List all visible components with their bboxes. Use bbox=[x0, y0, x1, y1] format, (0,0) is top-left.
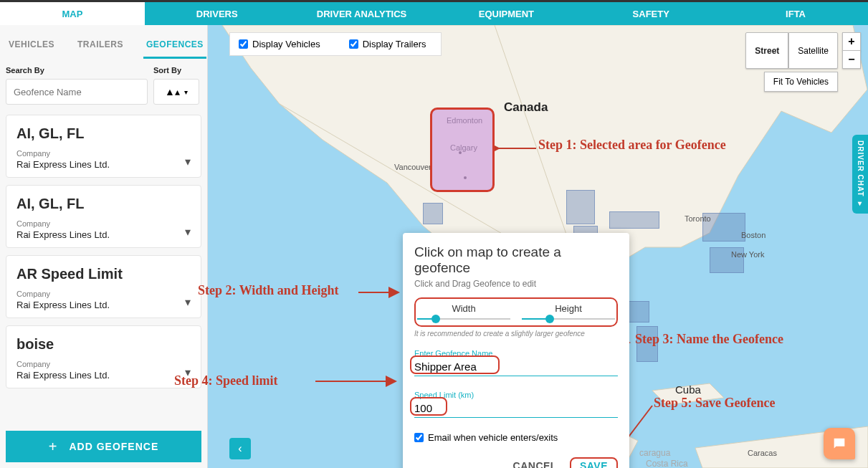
chevron-down-icon[interactable]: ▾ bbox=[185, 366, 191, 379]
map-label: New York bbox=[731, 250, 764, 259]
subtab-row: VEHICLES TRAILERS GEOFENCES bbox=[0, 25, 207, 59]
nav-tab-map[interactable]: MAP bbox=[0, 2, 145, 25]
geofence-card[interactable]: AI, GL, FL Company Rai Express Lines Ltd… bbox=[6, 115, 201, 178]
chevron-down-icon: ▾ bbox=[857, 199, 864, 208]
map-label: Boston bbox=[741, 231, 766, 239]
email-notify-checkbox[interactable] bbox=[414, 433, 424, 442]
geofence-card[interactable]: AR Speed Limit Company Rai Express Lines… bbox=[6, 255, 201, 318]
chevron-down-icon[interactable]: ▾ bbox=[185, 225, 191, 239]
panel-subtitle: Click and Drag Geofence to edit bbox=[414, 279, 618, 289]
chevron-down-icon[interactable]: ▾ bbox=[185, 155, 191, 168]
nav-tab-safety[interactable]: SAFETY bbox=[578, 2, 723, 25]
fit-to-vehicles-button[interactable]: Fit To Vehicles bbox=[764, 72, 838, 92]
driver-chat-button[interactable]: DRIVER CHAT ▾ bbox=[852, 135, 868, 214]
panel-title: Click on map to create a geofence bbox=[414, 244, 618, 276]
sort-select[interactable]: ▲▴ ▾ bbox=[153, 79, 199, 105]
sort-by-label: Sort By bbox=[153, 66, 199, 75]
checkbox-icon[interactable] bbox=[239, 39, 248, 49]
existing-geofence bbox=[423, 203, 443, 224]
email-notify-label: Email when vehicle enters/exits bbox=[428, 432, 558, 443]
card-sub-label: Company bbox=[16, 219, 191, 228]
card-sub-label: Company bbox=[16, 290, 191, 298]
cancel-button[interactable]: CANCEL bbox=[513, 460, 557, 468]
main-nav: MAP DRIVERS DRIVER ANALYTICS EQUIPMENT S… bbox=[0, 2, 868, 25]
height-slider[interactable] bbox=[522, 318, 615, 320]
map-label: Toronto bbox=[685, 214, 711, 223]
panel-note: It is recommended to create a slightly l… bbox=[414, 330, 618, 338]
chevron-left-icon: ‹ bbox=[238, 442, 242, 455]
map-label: Cuba bbox=[675, 383, 701, 396]
geofence-card[interactable]: boise Company Rai Express Lines Ltd. ▾ bbox=[6, 325, 201, 388]
card-title: AI, GL, FL bbox=[16, 125, 191, 142]
subtab-vehicles[interactable]: VEHICLES bbox=[6, 32, 57, 59]
card-title: AI, GL, FL bbox=[16, 196, 191, 212]
card-sub-label: Company bbox=[16, 149, 191, 158]
existing-geofence bbox=[566, 190, 595, 224]
map-canvas[interactable]: Display Vehicles Display Trailers Street… bbox=[208, 25, 868, 468]
nav-tab-driver-analytics[interactable]: DRIVER ANALYTICS bbox=[290, 2, 434, 25]
add-geofence-label: ADD GEOFENCE bbox=[69, 441, 158, 452]
create-geofence-panel: Click on map to create a geofence Click … bbox=[403, 233, 629, 468]
map-controls: Street Satellite + − Fit To Vehicles bbox=[745, 32, 861, 92]
card-title: boise bbox=[16, 336, 191, 353]
annotation-highlight bbox=[410, 355, 500, 374]
card-sub-value: Rai Express Lines Ltd. bbox=[16, 300, 191, 310]
existing-geofence bbox=[636, 326, 658, 362]
nav-tab-equipment[interactable]: EQUIPMENT bbox=[434, 2, 578, 25]
map-type-street-button[interactable]: Street bbox=[745, 32, 788, 69]
nav-tab-ifta[interactable]: IFTA bbox=[723, 2, 868, 25]
checkbox-icon[interactable] bbox=[349, 39, 358, 49]
terrain-icon: ▲▴ bbox=[165, 86, 180, 97]
card-sub-value: Rai Express Lines Ltd. bbox=[16, 159, 191, 170]
zoom-out-button[interactable]: − bbox=[842, 50, 861, 69]
card-sub-label: Company bbox=[16, 360, 191, 368]
save-button[interactable]: SAVE bbox=[570, 457, 618, 468]
add-geofence-button[interactable]: + ADD GEOFENCE bbox=[6, 431, 201, 462]
annotation-highlight bbox=[410, 397, 447, 416]
geofence-card[interactable]: AI, GL, FL Company Rai Express Lines Ltd… bbox=[6, 185, 201, 248]
collapse-sidebar-button[interactable]: ‹ bbox=[229, 438, 251, 459]
width-slider[interactable] bbox=[417, 318, 510, 320]
width-label: Width bbox=[417, 303, 510, 314]
chat-fab-button[interactable] bbox=[824, 428, 855, 459]
geofence-list[interactable]: AI, GL, FL Company Rai Express Lines Ltd… bbox=[0, 109, 207, 431]
map-type-satellite-button[interactable]: Satellite bbox=[788, 32, 838, 69]
subtab-geofences[interactable]: GEOFENCES bbox=[143, 32, 206, 59]
map-label: Costa Rica bbox=[646, 459, 688, 468]
map-label: Canada bbox=[504, 100, 548, 115]
display-trailers-checkbox[interactable]: Display Trailers bbox=[349, 39, 426, 49]
map-label: Vancouver bbox=[394, 163, 431, 171]
display-options-panel: Display Vehicles Display Trailers bbox=[229, 32, 442, 56]
display-vehicles-checkbox[interactable]: Display Vehicles bbox=[239, 39, 320, 49]
chevron-down-icon[interactable]: ▾ bbox=[185, 295, 191, 309]
card-sub-value: Rai Express Lines Ltd. bbox=[16, 370, 191, 381]
zoom-in-button[interactable]: + bbox=[842, 32, 861, 51]
card-title: AR Speed Limit bbox=[16, 266, 191, 282]
search-by-label: Search By bbox=[6, 66, 148, 75]
display-trailers-label: Display Trailers bbox=[363, 39, 426, 49]
subtab-trailers[interactable]: TRAILERS bbox=[75, 32, 126, 59]
existing-geofence bbox=[609, 211, 659, 229]
selected-geofence-area[interactable] bbox=[430, 108, 495, 192]
display-vehicles-label: Display Vehicles bbox=[252, 39, 320, 49]
sidebar: VEHICLES TRAILERS GEOFENCES Search By So… bbox=[0, 25, 208, 468]
plus-icon: + bbox=[49, 439, 58, 455]
map-label: caragua bbox=[639, 448, 670, 458]
nav-tab-drivers[interactable]: DRIVERS bbox=[145, 2, 290, 25]
geofence-search-input[interactable] bbox=[6, 79, 148, 105]
chevron-down-icon: ▾ bbox=[184, 88, 188, 96]
height-label: Height bbox=[522, 303, 615, 314]
chat-icon bbox=[831, 436, 847, 452]
card-sub-value: Rai Express Lines Ltd. bbox=[16, 229, 191, 240]
slider-row: Width Height bbox=[414, 297, 618, 327]
driver-chat-label: DRIVER CHAT bbox=[857, 140, 864, 197]
map-label: Caracas bbox=[748, 449, 777, 457]
